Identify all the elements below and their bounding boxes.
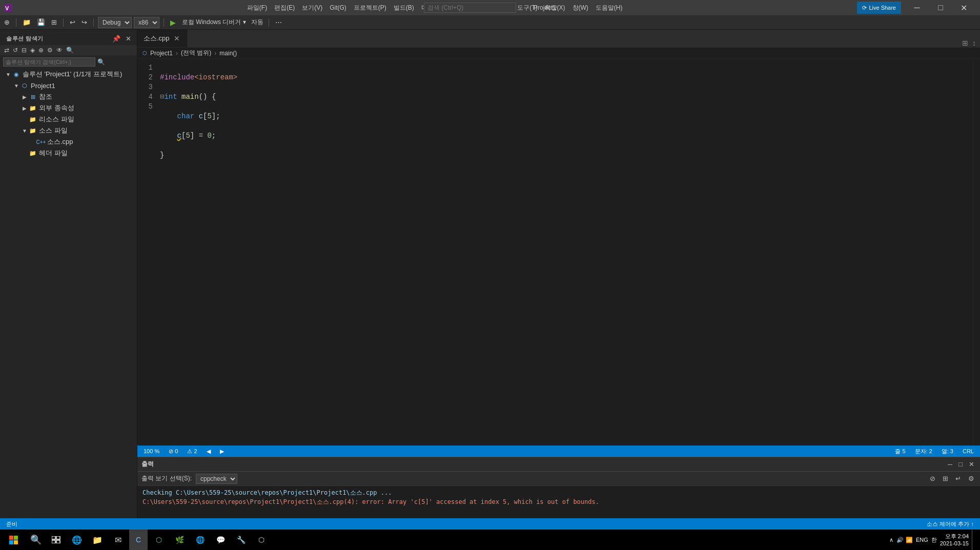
se-tb-pending[interactable]: ◈ bbox=[29, 46, 36, 54]
breadcrumb-project[interactable]: Project1 bbox=[150, 50, 173, 57]
debug-config-dropdown[interactable]: Debug bbox=[98, 17, 132, 28]
menu-window[interactable]: 창(W) bbox=[569, 3, 591, 13]
line-numbers: 1 2 3 4 5 bbox=[137, 59, 158, 446]
menu-view[interactable]: 보기(V) bbox=[299, 3, 325, 13]
menu-build[interactable]: 빌드(B) bbox=[391, 3, 417, 13]
se-search-button[interactable]: 🔍 bbox=[97, 58, 105, 66]
status-ready[interactable]: 준비 bbox=[4, 520, 19, 528]
ext-deps-icon: 📁 bbox=[29, 104, 37, 112]
taskbar-app2[interactable]: ⬡ bbox=[150, 530, 168, 550]
code-editor[interactable]: 1 2 3 4 5 #include<iostream> ⊟int main()… bbox=[137, 59, 980, 446]
status-source-control[interactable]: 소스 제어에 추가 ↑ bbox=[925, 520, 976, 528]
tree-item-source-cpp[interactable]: C++ 소스.cpp bbox=[0, 136, 137, 147]
output-copy-button[interactable]: ⊞ bbox=[941, 474, 950, 483]
taskbar-app3[interactable]: 🌿 bbox=[170, 530, 189, 550]
output-panel-minimize[interactable]: ─ bbox=[946, 460, 954, 469]
code-content[interactable]: #include<iostream> ⊟int main() { char c[… bbox=[158, 59, 973, 446]
status-encoding[interactable]: CRL bbox=[961, 448, 976, 455]
editor-tab-source-cpp[interactable]: 소스.cpp ✕ bbox=[137, 30, 188, 47]
toolbar-save[interactable]: 💾 bbox=[35, 17, 47, 27]
header-files-label: 헤더 파일 bbox=[39, 149, 68, 158]
toolbar-redo[interactable]: ↪ bbox=[79, 17, 89, 27]
se-tb-search[interactable]: 🔍 bbox=[65, 46, 75, 54]
status-warnings[interactable]: ⚠ 2 bbox=[185, 448, 199, 455]
breadcrumb-scope[interactable]: (전역 범위) bbox=[181, 49, 211, 57]
toolbar-new[interactable]: ⊕ bbox=[2, 17, 12, 27]
taskbar-app6[interactable]: 🔧 bbox=[232, 530, 250, 550]
status-col[interactable]: 문자: 2 bbox=[913, 448, 934, 455]
tray-expand[interactable]: ∧ bbox=[889, 537, 893, 543]
live-share-label: Live Share bbox=[869, 5, 896, 11]
toolbar-open[interactable]: 📁 bbox=[21, 17, 33, 27]
sidebar-close-button[interactable]: ✕ bbox=[124, 34, 133, 43]
status-char[interactable]: 열: 3 bbox=[940, 448, 955, 455]
editor-right-scroll[interactable] bbox=[973, 59, 980, 446]
taskbar-task-view[interactable] bbox=[47, 530, 66, 550]
se-tb-refresh[interactable]: ↺ bbox=[12, 46, 19, 54]
sidebar-pin-button[interactable]: 📌 bbox=[111, 34, 122, 43]
tray-lang-eng[interactable]: ENG bbox=[916, 537, 928, 543]
status-errors[interactable]: ⊘ 0 bbox=[167, 448, 180, 455]
se-tb-sync[interactable]: ⇄ bbox=[3, 46, 10, 54]
menu-file[interactable]: 파일(F) bbox=[244, 3, 270, 13]
tree-item-header-files[interactable]: 📁 헤더 파일 bbox=[0, 147, 137, 159]
status-zoom[interactable]: 100 % bbox=[141, 448, 161, 455]
output-settings-button[interactable]: ⚙ bbox=[967, 474, 976, 483]
se-tb-collapse[interactable]: ⊟ bbox=[21, 46, 28, 54]
platform-dropdown[interactable]: x86 bbox=[134, 17, 159, 28]
taskbar-app4[interactable]: 🌐 bbox=[191, 530, 209, 550]
toolbar-save-all[interactable]: ⊞ bbox=[49, 17, 59, 27]
status-nav-next[interactable]: ▶ bbox=[218, 448, 226, 455]
tree-item-ext-deps[interactable]: ▶ 📁 외부 종속성 bbox=[0, 102, 137, 114]
menu-git[interactable]: Git(G) bbox=[326, 3, 350, 12]
output-wrap-button[interactable]: ↵ bbox=[954, 474, 963, 483]
global-search-input[interactable] bbox=[424, 3, 516, 13]
tray-lang-ko[interactable]: 한 bbox=[931, 536, 937, 544]
minimize-button[interactable]: ─ bbox=[905, 0, 929, 15]
se-search-input[interactable] bbox=[3, 57, 95, 67]
status-nav-prev[interactable]: ◀ bbox=[205, 448, 213, 455]
tree-item-resource-files[interactable]: 📁 리소스 파일 bbox=[0, 114, 137, 125]
menu-edit[interactable]: 편집(E) bbox=[271, 3, 298, 13]
solution-label: 솔루션 'Project1' (1/1개 프로젝트) bbox=[23, 70, 122, 79]
taskbar-edge[interactable]: 🌐 bbox=[68, 530, 86, 550]
se-tb-settings[interactable]: ⚙ bbox=[46, 46, 54, 54]
se-tb-filter[interactable]: ⊕ bbox=[37, 46, 45, 54]
tree-item-source-files[interactable]: ▼ 📁 소스 파일 bbox=[0, 125, 137, 136]
close-button[interactable]: ✕ bbox=[952, 0, 976, 15]
breadcrumb-sep-2: › bbox=[214, 50, 216, 57]
tray-time[interactable]: 오후 2:04 2021-03-15 bbox=[940, 533, 969, 547]
tab-source-cpp-close[interactable]: ✕ bbox=[173, 34, 181, 43]
toolbar: ⊕ 📁 💾 ⊞ ↩ ↪ Debug x86 ▶ 로컬 Windows 디버거 ▾… bbox=[0, 15, 980, 30]
menu-help[interactable]: 도움말(H) bbox=[593, 3, 626, 13]
output-line-1: Checking C:\Users\559-25\source\repos\Pr… bbox=[142, 488, 975, 497]
toolbar-more[interactable]: ⋯ bbox=[273, 17, 284, 27]
toolbar-undo[interactable]: ↩ bbox=[68, 17, 77, 27]
menu-project[interactable]: 프로젝트(P) bbox=[351, 3, 390, 13]
status-line[interactable]: 줄 5 bbox=[893, 448, 907, 455]
live-share-button[interactable]: ⟳ Live Share bbox=[857, 2, 901, 14]
start-button[interactable] bbox=[2, 530, 25, 550]
output-panel-close[interactable]: ✕ bbox=[967, 460, 976, 469]
taskbar-mail[interactable]: ✉ bbox=[109, 530, 127, 550]
start-debugging-button[interactable]: ▶ bbox=[168, 17, 178, 28]
tree-item-refs[interactable]: ▶ ⊞ 참조 bbox=[0, 91, 137, 102]
split-editor-button[interactable]: ⊞ bbox=[962, 39, 968, 47]
se-tb-preview[interactable]: 👁 bbox=[55, 46, 64, 54]
collapse-editors-button[interactable]: ↕ bbox=[972, 39, 976, 47]
output-panel-maximize[interactable]: □ bbox=[957, 460, 964, 469]
show-desktop-button[interactable] bbox=[972, 530, 974, 550]
maximize-button[interactable]: □ bbox=[929, 0, 952, 15]
output-clear-button[interactable]: ⊘ bbox=[928, 474, 937, 483]
taskbar-app5[interactable]: 💬 bbox=[211, 530, 230, 550]
taskbar-search[interactable]: 🔍 bbox=[27, 530, 45, 550]
output-source-select[interactable]: cppcheck bbox=[196, 474, 237, 484]
tree-item-solution[interactable]: ▼ ◉ 솔루션 'Project1' (1/1개 프로젝트) bbox=[0, 69, 137, 80]
taskbar-app7[interactable]: ⬡ bbox=[252, 530, 271, 550]
status-bar-right: 소스 제어에 추가 ↑ bbox=[925, 520, 976, 528]
taskbar-app1[interactable]: C bbox=[129, 530, 148, 550]
tree-item-project[interactable]: ▼ ⬡ Project1 bbox=[0, 80, 137, 91]
taskbar-explorer[interactable]: 📁 bbox=[88, 530, 107, 550]
tray-icon-2: 📶 bbox=[906, 537, 913, 543]
breadcrumb-symbol[interactable]: main() bbox=[219, 50, 237, 57]
